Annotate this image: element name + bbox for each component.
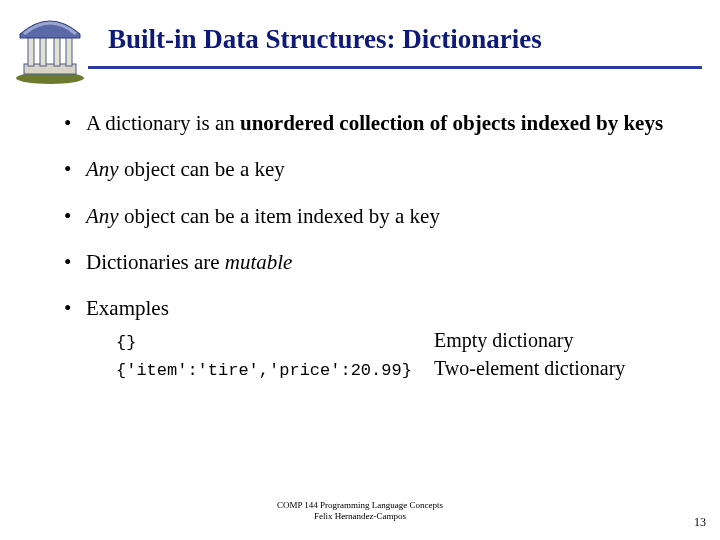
bullet-4-text-it: mutable xyxy=(225,250,293,274)
bullet-1: A dictionary is an unordered collection … xyxy=(58,110,678,136)
page-number: 13 xyxy=(694,515,706,530)
bullet-5: Examples {} Empty dictionary {'item':'ti… xyxy=(58,295,678,383)
slide: Built-in Data Structures: Dictionaries A… xyxy=(0,0,720,540)
example-1-code: {} xyxy=(116,332,434,355)
bullet-2-text-it: Any xyxy=(86,157,119,181)
footer: COMP 144 Programming Language Concepts F… xyxy=(0,500,720,522)
bullet-4: Dictionaries are mutable xyxy=(58,249,678,275)
bullet-list: A dictionary is an unordered collection … xyxy=(58,110,678,383)
bullet-1-text-pre: A dictionary is an xyxy=(86,111,240,135)
slide-title: Built-in Data Structures: Dictionaries xyxy=(108,24,542,55)
example-row-1: {} Empty dictionary xyxy=(116,327,678,355)
bullet-3-text-it: Any xyxy=(86,204,119,228)
title-underline xyxy=(88,66,702,69)
bullet-2-text-rest: object can be a key xyxy=(119,157,285,181)
example-1-desc: Empty dictionary xyxy=(434,327,678,354)
bullet-2: Any object can be a key xyxy=(58,156,678,182)
footer-line-2: Felix Hernandez-Campos xyxy=(0,511,720,522)
logo-unc-old-well xyxy=(10,6,90,86)
bullet-4-text-pre: Dictionaries are xyxy=(86,250,225,274)
bullet-5-text: Examples xyxy=(86,296,169,320)
bullet-3-text-rest: object can be a item indexed by a key xyxy=(119,204,440,228)
bullet-1-text-bold: unordered collection of objects indexed … xyxy=(240,111,663,135)
examples-block: {} Empty dictionary {'item':'tire','pric… xyxy=(116,327,678,383)
example-2-code: {'item':'tire','price':20.99} xyxy=(116,360,434,383)
example-row-2: {'item':'tire','price':20.99} Two-elemen… xyxy=(116,355,678,383)
bullet-3: Any object can be a item indexed by a ke… xyxy=(58,203,678,229)
footer-line-1: COMP 144 Programming Language Concepts xyxy=(0,500,720,511)
content-area: A dictionary is an unordered collection … xyxy=(58,110,678,403)
example-2-desc: Two-element dictionary xyxy=(434,355,678,382)
